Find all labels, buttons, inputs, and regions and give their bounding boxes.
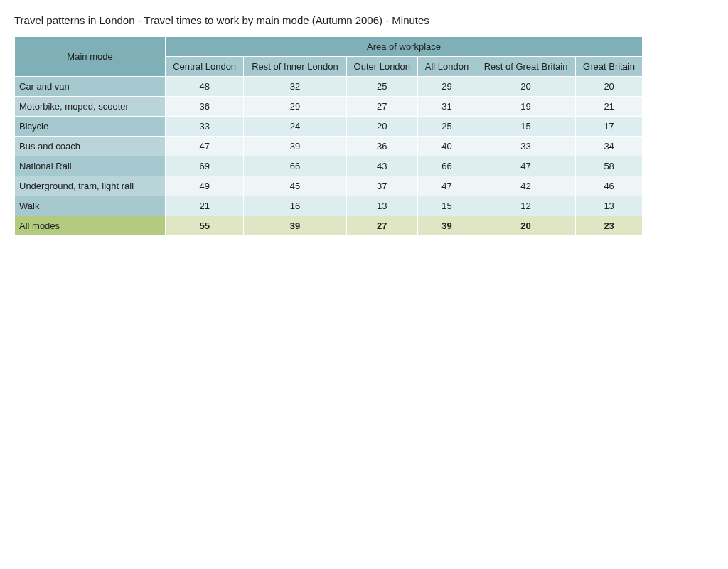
value-cell: 37: [346, 176, 418, 196]
value-cell: 29: [244, 97, 346, 117]
value-cell: 49: [166, 176, 244, 196]
value-cell: 31: [418, 97, 476, 117]
value-cell: 66: [418, 156, 476, 176]
value-cell: 66: [244, 156, 346, 176]
value-cell: 69: [166, 156, 244, 176]
travel-times-table: Main mode Area of workplace Central Lond…: [14, 36, 643, 236]
total-value-cell: 55: [166, 216, 244, 236]
value-cell: 45: [244, 176, 346, 196]
value-cell: 33: [476, 137, 575, 156]
value-cell: 12: [476, 196, 575, 216]
value-cell: 27: [346, 97, 418, 117]
table-row: Car and van483225292020: [15, 77, 643, 97]
area-group-header: Area of workplace: [166, 37, 643, 57]
value-cell: 42: [476, 176, 575, 196]
table-row: Bus and coach473936403334: [15, 137, 643, 156]
main-mode-header: Main mode: [15, 37, 166, 77]
mode-cell: Bus and coach: [15, 137, 166, 156]
col-header: All London: [418, 57, 476, 77]
mode-cell: Motorbike, moped, scooter: [15, 97, 166, 117]
value-cell: 15: [476, 117, 575, 137]
value-cell: 17: [576, 117, 643, 137]
mode-cell: Underground, tram, light rail: [15, 176, 166, 196]
mode-cell: Car and van: [15, 77, 166, 97]
value-cell: 16: [244, 196, 346, 216]
value-cell: 15: [418, 196, 476, 216]
value-cell: 25: [346, 77, 418, 97]
value-cell: 32: [244, 77, 346, 97]
value-cell: 47: [418, 176, 476, 196]
table-row: Motorbike, moped, scooter362927311921: [15, 97, 643, 117]
table-row: Bicycle332420251517: [15, 117, 643, 137]
col-header: Rest of Great Britain: [476, 57, 575, 77]
value-cell: 33: [166, 117, 244, 137]
value-cell: 19: [476, 97, 575, 117]
total-value-cell: 23: [576, 216, 643, 236]
total-value-cell: 20: [476, 216, 575, 236]
table-body: Car and van483225292020Motorbike, moped,…: [15, 77, 643, 236]
table-row: Walk211613151213: [15, 196, 643, 216]
value-cell: 13: [346, 196, 418, 216]
value-cell: 20: [576, 77, 643, 97]
value-cell: 58: [576, 156, 643, 176]
page-title: Travel patterns in London - Travel times…: [14, 14, 714, 26]
mode-cell: Bicycle: [15, 117, 166, 137]
value-cell: 39: [244, 137, 346, 156]
value-cell: 24: [244, 117, 346, 137]
value-cell: 13: [576, 196, 643, 216]
col-header: Great Britain: [576, 57, 643, 77]
value-cell: 34: [576, 137, 643, 156]
value-cell: 20: [476, 77, 575, 97]
value-cell: 25: [418, 117, 476, 137]
value-cell: 21: [576, 97, 643, 117]
table-row: National Rail696643664758: [15, 156, 643, 176]
value-cell: 46: [576, 176, 643, 196]
total-row: All modes553927392023: [15, 216, 643, 236]
value-cell: 47: [166, 137, 244, 156]
mode-cell: National Rail: [15, 156, 166, 176]
value-cell: 48: [166, 77, 244, 97]
total-value-cell: 39: [244, 216, 346, 236]
value-cell: 29: [418, 77, 476, 97]
col-header: Rest of Inner London: [244, 57, 346, 77]
col-header: Central London: [166, 57, 244, 77]
total-value-cell: 27: [346, 216, 418, 236]
total-value-cell: 39: [418, 216, 476, 236]
table-row: Underground, tram, light rail49453747424…: [15, 176, 643, 196]
value-cell: 20: [346, 117, 418, 137]
value-cell: 40: [418, 137, 476, 156]
value-cell: 47: [476, 156, 575, 176]
value-cell: 43: [346, 156, 418, 176]
value-cell: 21: [166, 196, 244, 216]
total-mode-cell: All modes: [15, 216, 166, 236]
mode-cell: Walk: [15, 196, 166, 216]
col-header: Outer London: [346, 57, 418, 77]
value-cell: 36: [166, 97, 244, 117]
value-cell: 36: [346, 137, 418, 156]
